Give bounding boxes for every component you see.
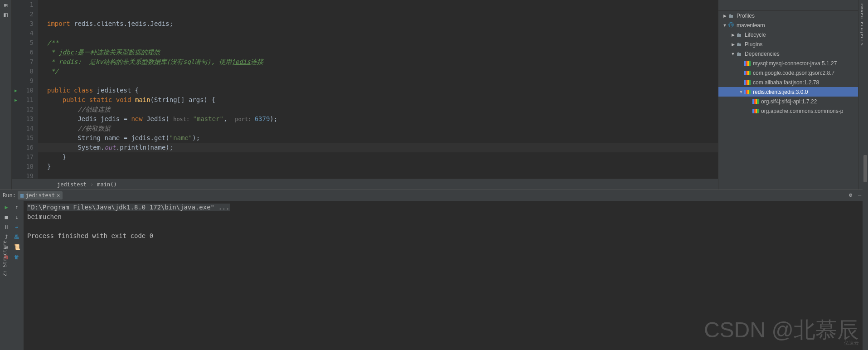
gear-icon[interactable]: ⚙ bbox=[849, 192, 856, 199]
breadcrumb-item[interactable]: main() bbox=[97, 181, 116, 188]
run-config-icon: ▦ bbox=[20, 192, 24, 199]
line-number: 4 bbox=[12, 29, 34, 38]
pause-button[interactable]: ⏸ bbox=[2, 223, 11, 232]
line-number: 6 bbox=[12, 48, 34, 57]
line-number: 1 bbox=[12, 0, 34, 10]
tree-arrow-icon[interactable]: ▼ bbox=[722, 23, 727, 28]
maven-tree-node[interactable]: ▶🖿Plugins bbox=[718, 39, 858, 49]
line-number: 16 bbox=[12, 143, 34, 152]
gutter: 12345678910▶11▶1213141516171819 bbox=[12, 0, 38, 179]
tree-arrow-icon[interactable]: ▶ bbox=[722, 14, 727, 18]
up-button[interactable]: ↑ bbox=[12, 203, 21, 212]
code-line[interactable] bbox=[47, 171, 718, 179]
maven-tree-node[interactable]: org.apache.commons:commons-p bbox=[718, 106, 858, 116]
down-button[interactable]: ↓ bbox=[12, 213, 21, 222]
folder-icon: 🖿 bbox=[736, 50, 743, 58]
tree-arrow-icon[interactable]: ▶ bbox=[730, 33, 736, 37]
code-line[interactable]: String name = jedis.get("name"); bbox=[47, 133, 718, 143]
tree-arrow-icon[interactable]: ▼ bbox=[738, 90, 744, 94]
code-editor[interactable]: import redis.clients.jedis.Jedis;/** * j… bbox=[38, 0, 718, 179]
run-header: Run: ▦ jedistest × ⚙ – bbox=[0, 190, 868, 201]
ratio-icon[interactable]: ⊞ bbox=[2, 2, 10, 9]
tree-arrow-icon[interactable]: ▼ bbox=[730, 52, 736, 56]
line-number: 14 bbox=[12, 124, 34, 133]
folder-icon: 🖿 bbox=[727, 12, 735, 19]
code-line[interactable]: Jedis jedis = new Jedis( host: "master",… bbox=[47, 114, 718, 124]
code-line[interactable]: //创建连接 bbox=[47, 105, 718, 114]
maven-icon: ⓜ bbox=[727, 22, 735, 29]
library-icon bbox=[744, 60, 751, 67]
rerun-button[interactable]: ▶ bbox=[2, 203, 11, 212]
library-icon bbox=[744, 69, 751, 77]
tree-arrow-icon[interactable]: ▶ bbox=[730, 42, 736, 47]
code-line[interactable] bbox=[47, 0, 718, 10]
line-number: 5 bbox=[12, 38, 34, 48]
tool-icon[interactable]: ◧ bbox=[2, 11, 10, 18]
code-line[interactable]: public static void main(String[] args) { bbox=[47, 95, 718, 105]
breadcrumb-item[interactable]: jedistest bbox=[57, 181, 87, 188]
line-number: 11▶ bbox=[12, 95, 34, 105]
code-line[interactable]: /** bbox=[47, 38, 718, 48]
maven-tree-node[interactable]: ▼ⓜmavenlearn bbox=[718, 20, 858, 30]
run-gutter-icon[interactable]: ▶ bbox=[15, 95, 17, 105]
line-number: 3 bbox=[12, 19, 34, 29]
run-output[interactable]: "D:\Program Files\Java\jdk1.8.0_172\bin\… bbox=[24, 201, 868, 350]
breadcrumb-sep: › bbox=[90, 181, 93, 188]
maven-tree-node[interactable]: com.alibaba:fastjson:1.2.78 bbox=[718, 78, 858, 87]
maven-tree-node[interactable]: mysql:mysql-connector-java:5.1.27 bbox=[718, 58, 858, 68]
code-line[interactable] bbox=[47, 10, 718, 19]
tree-node-label: Dependencies bbox=[745, 51, 780, 57]
maven-tree-node[interactable]: com.google.code.gson:gson:2.8.7 bbox=[718, 68, 858, 78]
code-line[interactable]: } bbox=[47, 152, 718, 162]
print-icon[interactable]: 🖶 bbox=[12, 233, 21, 242]
line-number: 9 bbox=[12, 76, 34, 86]
code-line[interactable]: import redis.clients.jedis.Jedis; bbox=[47, 19, 718, 29]
code-line[interactable] bbox=[47, 29, 718, 38]
code-line[interactable]: * jdbc:是一种连接关系型数据的规范 bbox=[47, 48, 718, 57]
code-line[interactable]: public class jedistest { bbox=[47, 86, 718, 95]
tree-node-label: Profiles bbox=[737, 13, 755, 19]
line-number: 2 bbox=[12, 10, 34, 19]
wrap-icon[interactable]: ⤶ bbox=[12, 223, 21, 232]
line-number: 17 bbox=[12, 152, 34, 162]
code-line[interactable]: } bbox=[47, 162, 718, 171]
tree-node-label: mavenlearn bbox=[737, 22, 765, 29]
tree-node-label: redis.clients:jedis:3.0.0 bbox=[753, 89, 808, 95]
trash-icon[interactable]: 🗑 bbox=[12, 253, 21, 262]
scroll-icon[interactable]: 📜 bbox=[12, 243, 21, 252]
code-line[interactable]: */ bbox=[47, 67, 718, 76]
line-number: 15 bbox=[12, 133, 34, 143]
maven-tree-node[interactable]: ▶🖿Lifecycle bbox=[718, 30, 858, 39]
maven-tree-node[interactable]: ▶🖿Profiles bbox=[718, 11, 858, 20]
close-icon[interactable]: × bbox=[57, 192, 60, 199]
run-gutter-icon[interactable]: ▶ bbox=[15, 86, 17, 95]
code-line[interactable]: //获取数据 bbox=[47, 124, 718, 133]
line-number: 10▶ bbox=[12, 86, 34, 95]
maven-tree[interactable]: ▶🖿Profiles▼ⓜmavenlearn▶🖿Lifecycle▶🖿Plugi… bbox=[718, 11, 858, 190]
structure-tab[interactable]: Z: Structure bbox=[2, 240, 8, 276]
line-number: 7 bbox=[12, 57, 34, 67]
maven-tree-node[interactable]: ▼redis.clients:jedis:3.0.0 bbox=[718, 87, 858, 97]
tree-node-label: Lifecycle bbox=[745, 32, 766, 38]
editor-area: 12345678910▶11▶1213141516171819 import r… bbox=[12, 0, 718, 190]
tree-node-label: Plugins bbox=[745, 41, 762, 48]
library-icon bbox=[752, 98, 759, 105]
line-number: 19 bbox=[12, 171, 34, 179]
library-icon bbox=[744, 88, 751, 96]
line-number: 8 bbox=[12, 67, 34, 76]
maven-tree-node[interactable]: ▼🖿Dependencies bbox=[718, 49, 858, 58]
stop-button[interactable]: ■ bbox=[2, 213, 11, 222]
tree-node-label: com.google.code.gson:gson:2.8.7 bbox=[753, 70, 834, 76]
tree-node-label: mysql:mysql-connector-java:5.1.27 bbox=[753, 60, 837, 67]
run-title: Run: bbox=[3, 192, 16, 199]
maven-toolbar bbox=[718, 0, 858, 11]
maven-panel: ▶🖿Profiles▼ⓜmavenlearn▶🖿Lifecycle▶🖿Plugi… bbox=[718, 0, 858, 190]
run-tab[interactable]: ▦ jedistest × bbox=[18, 191, 63, 199]
maven-tree-node[interactable]: org.slf4j:slf4j-api:1.7.22 bbox=[718, 97, 858, 106]
tree-node-label: org.apache.commons:commons-p bbox=[761, 108, 843, 114]
code-line[interactable] bbox=[47, 76, 718, 86]
run-tab-label: jedistest bbox=[25, 192, 55, 199]
library-icon bbox=[744, 79, 751, 86]
watermark-small: 亿速云 bbox=[844, 340, 859, 346]
code-line[interactable]: * redis: 是kv结构的非关系型数据库(没有sql语句), 使用jedis… bbox=[47, 57, 718, 67]
